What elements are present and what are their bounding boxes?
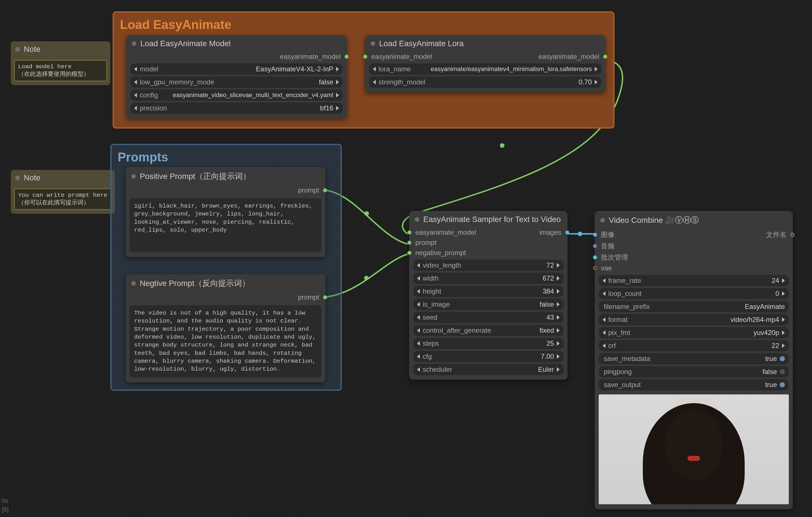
chevron-left-icon[interactable] xyxy=(417,289,420,294)
node-positive-prompt[interactable]: Positive Prompt（正向提示词） prompt 1girl, bla… xyxy=(126,167,325,257)
chevron-right-icon[interactable] xyxy=(782,330,785,335)
note-body[interactable]: Load model here （在此选择要使用的模型） xyxy=(14,60,107,81)
chevron-left-icon[interactable] xyxy=(417,276,420,280)
chevron-right-icon[interactable] xyxy=(336,93,339,98)
note-body[interactable]: You can write prompt here （你可以在此填写提示词） xyxy=(14,189,112,210)
port-in-negprompt[interactable] xyxy=(407,251,411,255)
positive-prompt-text[interactable]: 1girl, black_hair, brown_eyes, earrings,… xyxy=(129,198,321,252)
widget-control-after-generate[interactable]: control_after_generatefixed xyxy=(413,325,563,336)
collapse-icon[interactable] xyxy=(600,218,605,222)
widget-crf[interactable]: crf22 xyxy=(599,340,789,351)
toggle-icon[interactable] xyxy=(780,356,785,361)
chevron-left-icon[interactable] xyxy=(417,341,420,346)
negative-prompt-text[interactable]: The video is not of a high quality, it h… xyxy=(129,305,321,377)
chevron-right-icon[interactable] xyxy=(336,80,339,84)
chevron-left-icon[interactable] xyxy=(603,278,606,283)
port-out[interactable] xyxy=(345,55,349,59)
widget-lora-name[interactable]: lora_nameeasyanimate/easyanimatev4_minim… xyxy=(369,63,602,75)
toggle-icon[interactable] xyxy=(780,382,785,387)
widget-frame-rate[interactable]: frame_rate24 xyxy=(599,275,789,286)
collapse-icon[interactable] xyxy=(131,281,136,286)
chevron-right-icon[interactable] xyxy=(595,80,598,84)
toggle-icon[interactable] xyxy=(780,369,785,374)
port-in[interactable] xyxy=(363,55,367,59)
widget-loop-count[interactable]: loop_count0 xyxy=(599,288,789,299)
port-out-images[interactable] xyxy=(565,230,569,235)
chevron-right-icon[interactable] xyxy=(336,106,339,110)
widget-seed[interactable]: seed43 xyxy=(413,312,563,323)
port-in-batch[interactable] xyxy=(593,255,597,260)
widget-width[interactable]: width672 xyxy=(413,273,563,284)
widget-config[interactable]: configeasyanimate_video_slicevae_multi_t… xyxy=(130,89,343,101)
widget-strength[interactable]: strength_model0.70 xyxy=(369,77,602,88)
video-preview[interactable] xyxy=(599,394,789,504)
chevron-left-icon[interactable] xyxy=(417,263,420,268)
node-load-easyanimate-lora[interactable]: Load EasyAnimate Lora easyanimate_model … xyxy=(365,35,606,92)
port-in-prompt[interactable] xyxy=(407,241,411,245)
chevron-right-icon[interactable] xyxy=(557,276,560,280)
chevron-left-icon[interactable] xyxy=(134,80,137,84)
port-out-filename[interactable] xyxy=(790,233,794,237)
chevron-left-icon[interactable] xyxy=(603,291,606,296)
note-load-model[interactable]: Note Load model here （在此选择要使用的模型） xyxy=(11,41,110,85)
widget-model[interactable]: modelEasyAnimateV4-XL-2-InP xyxy=(130,63,343,75)
chevron-left-icon[interactable] xyxy=(603,330,606,335)
widget-steps[interactable]: steps25 xyxy=(413,338,563,349)
port-in-images[interactable] xyxy=(593,233,597,237)
chevron-left-icon[interactable] xyxy=(417,367,420,372)
node-video-combine[interactable]: Video Combine 🎥ⓋⒽⓈ 图像文件名 音频 批次管理 vae fra… xyxy=(595,211,793,509)
widget-pingpong[interactable]: pingpongfalse xyxy=(599,366,789,377)
widget-filename-prefix[interactable]: filename_prefixEasyAnimate xyxy=(599,301,789,312)
chevron-left-icon[interactable] xyxy=(134,67,137,71)
collapse-icon[interactable] xyxy=(15,175,20,180)
chevron-right-icon[interactable] xyxy=(782,291,785,296)
collapse-icon[interactable] xyxy=(371,41,375,46)
chevron-left-icon[interactable] xyxy=(134,106,137,110)
collapse-icon[interactable] xyxy=(132,41,136,46)
widget-height[interactable]: height384 xyxy=(413,286,563,297)
chevron-right-icon[interactable] xyxy=(782,344,785,348)
widget-cfg[interactable]: cfg7.00 xyxy=(413,351,563,362)
chevron-right-icon[interactable] xyxy=(557,315,560,320)
chevron-left-icon[interactable] xyxy=(373,80,376,84)
chevron-right-icon[interactable] xyxy=(557,289,560,294)
collapse-icon[interactable] xyxy=(415,217,419,222)
chevron-right-icon[interactable] xyxy=(782,318,785,322)
chevron-right-icon[interactable] xyxy=(557,328,560,333)
node-load-easyanimate-model[interactable]: Load EasyAnimate Model easyanimate_model… xyxy=(126,35,347,118)
widget-low-gpu[interactable]: low_gpu_memory_modefalse xyxy=(130,77,343,88)
port-out[interactable] xyxy=(603,55,607,59)
widget-scheduler[interactable]: schedulerEuler xyxy=(413,364,563,375)
chevron-right-icon[interactable] xyxy=(557,354,560,359)
chevron-right-icon[interactable] xyxy=(557,302,560,307)
chevron-left-icon[interactable] xyxy=(373,67,376,71)
note-prompts[interactable]: Note You can write prompt here （你可以在此填写提… xyxy=(11,170,115,214)
port-in-model[interactable] xyxy=(407,230,411,235)
chevron-left-icon[interactable] xyxy=(603,344,606,348)
node-negative-prompt[interactable]: Negtive Prompt（反向提示词） prompt The video i… xyxy=(126,274,325,382)
widget-video-length[interactable]: video_length72 xyxy=(413,260,563,271)
collapse-icon[interactable] xyxy=(131,174,136,179)
chevron-right-icon[interactable] xyxy=(557,263,560,268)
chevron-right-icon[interactable] xyxy=(557,367,560,372)
chevron-right-icon[interactable] xyxy=(782,278,785,283)
widget-is-image[interactable]: is_imagefalse xyxy=(413,299,563,310)
port-out[interactable] xyxy=(323,295,327,299)
chevron-left-icon[interactable] xyxy=(417,354,420,359)
port-out[interactable] xyxy=(323,188,327,192)
chevron-left-icon[interactable] xyxy=(417,328,420,333)
collapse-icon[interactable] xyxy=(15,47,20,52)
widget-save-output[interactable]: save_outputtrue xyxy=(599,379,789,390)
chevron-left-icon[interactable] xyxy=(603,318,606,322)
chevron-right-icon[interactable] xyxy=(336,67,339,71)
widget-save-metadata[interactable]: save_metadatatrue xyxy=(599,353,789,364)
port-in-vae[interactable] xyxy=(593,266,597,270)
widget-pix-fmt[interactable]: pix_fmtyuv420p xyxy=(599,327,789,338)
chevron-left-icon[interactable] xyxy=(417,315,420,320)
port-in-audio[interactable] xyxy=(593,244,597,248)
chevron-right-icon[interactable] xyxy=(557,341,560,346)
widget-precision[interactable]: precisionbf16 xyxy=(130,103,343,114)
chevron-left-icon[interactable] xyxy=(134,93,137,98)
widget-format[interactable]: formatvideo/h264-mp4 xyxy=(599,314,789,325)
chevron-left-icon[interactable] xyxy=(417,302,420,307)
